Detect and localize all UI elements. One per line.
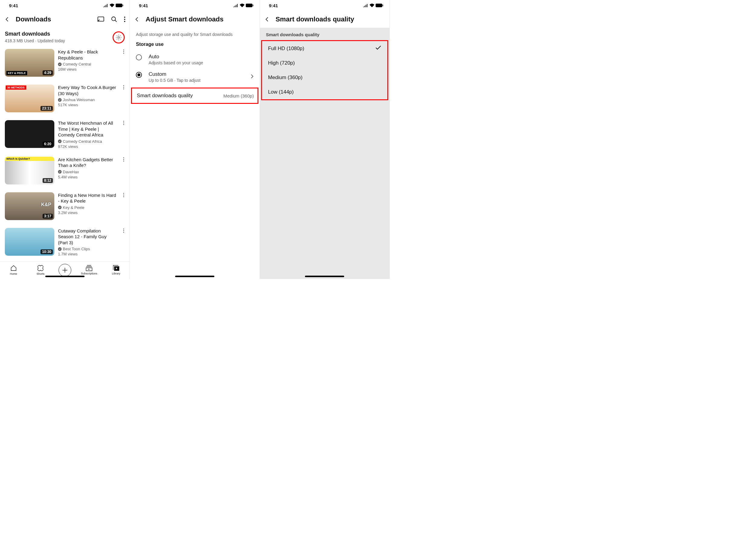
video-thumbnail[interactable]: K&P 3:17 [5,192,54,220]
quality-option-1080p[interactable]: Full HD (1080p) [262,41,387,56]
smart-downloads-quality-row[interactable]: Smart downloads quality Medium (360p) [131,88,258,104]
status-bar: 9:41 [260,0,389,11]
quality-header: Smart downloads quality [260,11,389,28]
quality-option-144p[interactable]: Low (144p) [262,85,387,99]
smart-downloads-meta: 418.3 MB Used · Updated today [5,38,113,43]
video-more-icon[interactable] [121,157,127,185]
svg-rect-1 [123,5,123,6]
search-icon[interactable] [111,16,117,23]
verified-icon [58,63,62,66]
nav-create[interactable] [59,264,71,276]
smart-downloads-settings-highlight [113,31,125,43]
quality-row-label: Smart downloads quality [137,93,193,99]
video-thumbnail[interactable]: KEY & PEELE 4:29 [5,49,54,77]
option-label: High (720p) [268,60,295,66]
status-time: 9:41 [139,3,148,8]
svg-rect-2 [98,17,104,21]
quality-row-value: Medium (360p) [224,93,254,98]
video-item[interactable]: KEY & PEELE 4:29 Key & Peele - Black Rep… [0,47,130,79]
nav-library[interactable]: Library [107,265,125,275]
nav-shorts[interactable]: Shorts [31,265,50,275]
verified-icon [58,247,62,251]
storage-auto-option[interactable]: Auto Adjusts based on your usage [130,51,259,68]
video-duration: 8:12 [43,178,53,183]
back-icon[interactable] [264,16,270,22]
svg-point-15 [123,123,124,124]
option-label: Auto [149,54,203,60]
video-more-icon[interactable] [121,120,127,149]
shorts-icon [37,265,43,271]
thumbnail-badge: KEY & PEELE [6,71,27,75]
video-thumbnail[interactable]: Which Is Quicker? 8:12 [5,157,54,185]
wifi-icon [110,4,114,7]
cellular-icon [363,4,369,7]
video-item[interactable]: 6:20 The Worst Henchman of All Time | Ke… [0,118,130,151]
downloads-video-list: KEY & PEELE 4:29 Key & Peele - Black Rep… [0,47,130,262]
cellular-icon [103,4,108,7]
status-icons [233,4,254,7]
video-duration: 6:20 [43,142,53,147]
back-icon[interactable] [4,16,10,22]
video-more-icon[interactable] [121,85,127,112]
svg-point-18 [123,159,124,160]
svg-point-14 [123,121,124,122]
nav-subscriptions[interactable]: Subscriptions [80,265,98,275]
quality-option-360p[interactable]: Medium (360p) [262,70,387,85]
svg-point-5 [124,19,125,20]
gear-icon[interactable] [115,34,122,41]
video-views: 517K views [58,103,117,107]
back-icon[interactable] [134,16,140,22]
verified-icon [58,206,62,209]
nav-home[interactable]: Home [5,265,23,275]
svg-point-9 [123,51,124,52]
video-channel: Comedy Central [58,62,117,66]
video-channel: Key & Peele [58,205,117,210]
home-icon [10,265,17,271]
video-item[interactable]: 10:30 Cutaway Compilation Season 12 - Fa… [0,226,130,259]
video-more-icon[interactable] [121,49,127,77]
cast-icon[interactable] [98,17,104,22]
adjust-header: Adjust Smart downloads [130,11,259,28]
svg-point-20 [123,193,124,194]
svg-point-8 [123,50,124,50]
video-duration: 10:30 [40,250,53,254]
option-label: Full HD (1080p) [268,46,304,52]
wifi-icon [370,4,375,7]
verified-icon [58,98,62,102]
thumbnail-badge: K&P [41,202,51,208]
option-sublabel: Adjusts based on your usage [149,60,203,65]
svg-point-11 [123,85,124,86]
svg-point-19 [123,161,124,162]
svg-rect-28 [253,5,253,6]
battery-icon [246,4,254,7]
smart-downloads-title: Smart downloads [5,31,113,37]
verified-icon [58,140,62,143]
video-more-icon[interactable] [121,228,127,257]
video-thumbnail[interactable]: 10:30 [5,228,54,256]
video-title: Cutaway Compilation Season 12 - Family G… [58,228,117,246]
video-item[interactable]: K&P 3:17 Finding a New Home Is Hard - Ke… [0,191,130,222]
svg-point-17 [123,157,124,158]
video-thumbnail[interactable]: 6:20 [5,120,54,148]
video-duration: 4:29 [43,70,53,75]
battery-icon [376,4,383,7]
storage-custom-option[interactable]: Custom Up to 0.5 GB · Tap to adjust [130,68,259,86]
video-item[interactable]: 30 METHODS 23:11 Every Way To Cook A Bur… [0,83,130,114]
more-icon[interactable] [124,17,125,22]
svg-point-12 [123,87,124,88]
svg-point-6 [124,21,125,22]
page-title: Downloads [16,15,92,23]
battery-icon [116,4,124,7]
quality-option-720p[interactable]: High (720p) [262,56,387,70]
video-views: 3.2M views [58,211,117,215]
video-more-icon[interactable] [121,192,127,220]
video-channel: DaveHax [58,170,117,174]
video-thumbnail[interactable]: 30 METHODS 23:11 [5,85,54,112]
video-item[interactable]: Which Is Quicker? 8:12 Are Kitchen Gadge… [0,155,130,186]
svg-rect-30 [382,5,383,6]
option-label: Custom [149,71,201,77]
home-indicator [305,275,344,277]
svg-rect-0 [116,4,122,7]
chevron-right-icon [251,74,254,80]
page-title: Smart downloads quality [276,15,385,23]
